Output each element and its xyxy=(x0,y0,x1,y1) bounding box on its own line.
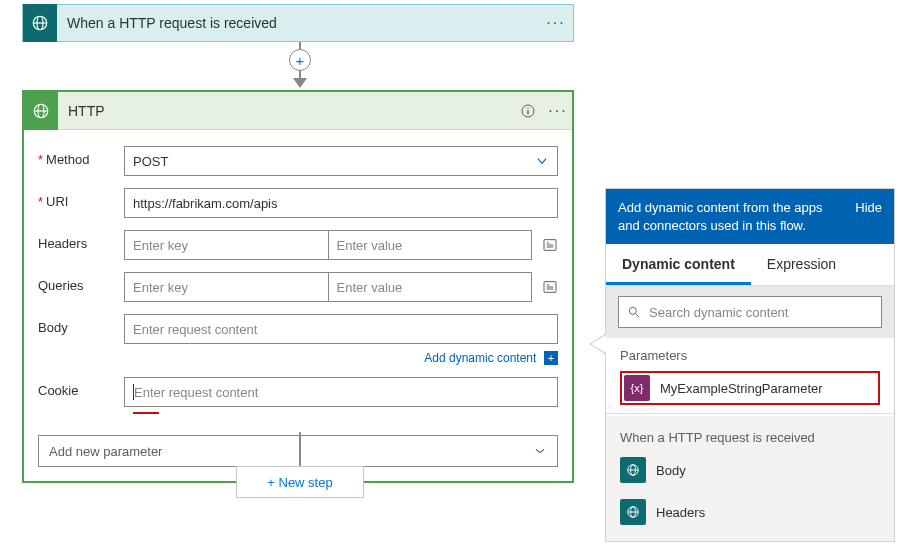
info-icon[interactable] xyxy=(520,103,544,119)
chevron-down-icon xyxy=(535,154,549,168)
new-step-button[interactable]: + New step xyxy=(236,466,364,498)
flyout-pointer xyxy=(591,335,606,353)
add-dynamic-content-icon[interactable]: + xyxy=(544,351,558,365)
svg-line-12 xyxy=(636,314,640,318)
hide-button[interactable]: Hide xyxy=(855,199,882,217)
connector-line xyxy=(299,432,301,466)
action-menu-button[interactable]: ··· xyxy=(544,102,572,120)
search-dynamic-content-input[interactable]: Search dynamic content xyxy=(618,296,882,328)
http-trigger-icon xyxy=(620,499,646,525)
headers-value-input[interactable]: Enter value xyxy=(329,230,533,260)
headers-label: Headers xyxy=(38,230,124,251)
dynamic-item-headers[interactable]: Headers xyxy=(620,495,880,529)
parameter-icon: {x} xyxy=(624,375,650,401)
cookie-input[interactable]: Enter request content xyxy=(124,377,558,407)
svg-rect-8 xyxy=(527,110,528,114)
trigger-menu-button[interactable]: ··· xyxy=(539,14,573,32)
method-label: *Method xyxy=(38,146,124,167)
tab-dynamic-content[interactable]: Dynamic content xyxy=(606,244,751,285)
arrow-down-icon xyxy=(293,78,307,88)
http-action-card: HTTP ··· *Method POST *URI https://fabri… xyxy=(22,90,574,483)
action-title: HTTP xyxy=(58,103,520,119)
cookie-label: Cookie xyxy=(38,377,124,398)
body-label: Body xyxy=(38,314,124,335)
uri-label: *URI xyxy=(38,188,124,209)
dynamic-item-parameter[interactable]: {x} MyExampleStringParameter xyxy=(620,371,880,405)
search-icon xyxy=(627,305,641,319)
tab-expression[interactable]: Expression xyxy=(751,244,852,285)
method-select[interactable]: POST xyxy=(124,146,558,176)
insert-step-button[interactable]: + xyxy=(289,49,311,71)
queries-key-input[interactable]: Enter key xyxy=(124,272,329,302)
http-trigger-icon xyxy=(23,4,57,42)
trigger-title: When a HTTP request is received xyxy=(57,15,539,31)
svg-point-11 xyxy=(629,307,636,314)
http-trigger-icon xyxy=(620,457,646,483)
method-value: POST xyxy=(133,154,168,169)
headers-key-input[interactable]: Enter key xyxy=(124,230,329,260)
queries-label: Queries xyxy=(38,272,124,293)
add-dynamic-content-link[interactable]: Add dynamic content xyxy=(424,351,536,365)
body-input[interactable]: Enter request content xyxy=(124,314,558,344)
divider xyxy=(606,413,894,414)
add-parameter-select[interactable]: Add new parameter xyxy=(38,435,558,467)
queries-text-mode-button[interactable] xyxy=(542,279,558,295)
chevron-down-icon xyxy=(533,446,547,456)
dynamic-content-panel: Add dynamic content from the apps and co… xyxy=(605,188,895,542)
action-header[interactable]: HTTP ··· xyxy=(24,92,572,130)
svg-point-7 xyxy=(527,107,528,108)
trigger-card[interactable]: When a HTTP request is received ··· xyxy=(22,4,574,42)
headers-text-mode-button[interactable] xyxy=(542,237,558,253)
http-action-icon xyxy=(24,92,58,130)
uri-input[interactable]: https://fabrikam.com/apis xyxy=(124,188,558,218)
dynamic-item-body[interactable]: Body xyxy=(620,453,880,487)
section-parameters: Parameters xyxy=(606,338,894,371)
dynamic-content-banner: Add dynamic content from the apps and co… xyxy=(606,189,894,244)
queries-value-input[interactable]: Enter value xyxy=(329,272,533,302)
section-trigger-outputs: When a HTTP request is received xyxy=(606,420,894,453)
